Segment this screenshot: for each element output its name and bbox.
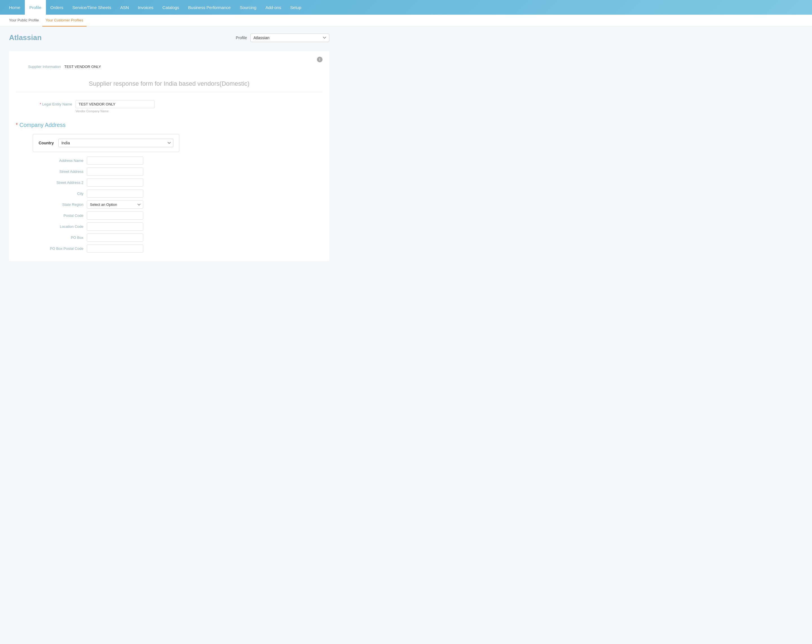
required-star: * <box>16 122 18 128</box>
company-address-label: Company Address <box>20 122 66 128</box>
nav-home[interactable]: Home <box>5 0 25 15</box>
nav-addons[interactable]: Add-ons <box>261 0 285 15</box>
profile-header: Atlassian Profile Atlassian <box>9 33 329 42</box>
po-box-postal-code-row: PO Box Postal Code <box>33 244 322 253</box>
subnav-customer-profiles[interactable]: Your Customer Profiles <box>42 15 87 26</box>
company-title: Atlassian <box>9 33 42 42</box>
postal-code-input[interactable] <box>87 212 143 220</box>
location-code-row: Location Code <box>33 223 322 230</box>
address-name-input-wrapper <box>87 157 143 165</box>
country-label: Country <box>39 141 54 145</box>
legal-entity-label: Legal Entity Name <box>16 100 72 106</box>
state-region-dropdown[interactable]: Select an Option <box>87 200 143 209</box>
form-title: Supplier response form for India based v… <box>16 73 322 92</box>
po-box-input[interactable] <box>87 233 143 242</box>
street-address2-row: Street Address 2 <box>33 179 322 187</box>
street-address2-input-wrapper <box>87 179 143 187</box>
nav-asn[interactable]: ASN <box>116 0 133 15</box>
city-input-wrapper <box>87 189 143 198</box>
po-box-input-wrapper <box>87 233 143 242</box>
subnav-public-profile[interactable]: Your Public Profile <box>6 15 42 26</box>
profile-selector-label: Profile <box>236 35 247 40</box>
location-code-label: Location Code <box>33 224 84 229</box>
nav-setup[interactable]: Setup <box>285 0 305 15</box>
company-address-section: * Company Address Country India Address … <box>16 122 322 253</box>
po-box-postal-code-label: PO Box Postal Code <box>33 246 84 251</box>
supplier-info-label: Supplier Information <box>16 64 61 69</box>
supplier-info-row: Supplier Information TEST VENDOR ONLY <box>16 64 322 69</box>
po-box-label: PO Box <box>33 235 84 240</box>
company-address-title: * Company Address <box>16 122 322 128</box>
country-dropdown[interactable]: India <box>58 139 173 147</box>
legal-entity-row: Legal Entity Name Vendor Company Name <box>16 100 322 113</box>
legal-entity-name-input[interactable] <box>76 100 154 108</box>
state-region-label: State Region <box>33 203 84 207</box>
country-box: Country India <box>33 134 179 152</box>
street-address-label: Street Address <box>33 169 84 174</box>
street-address-input[interactable] <box>87 168 143 175</box>
location-code-input[interactable] <box>87 223 143 230</box>
supplier-info-value: TEST VENDOR ONLY <box>64 64 101 69</box>
street-address-row: Street Address <box>33 168 322 175</box>
address-fields: Address Name Street Address Street Addre… <box>33 157 322 253</box>
legal-entity-hint: Vendor Company Name <box>76 109 154 113</box>
top-navigation: Home Profile Orders Service/Time Sheets … <box>0 0 812 15</box>
street-address2-label: Street Address 2 <box>33 180 84 185</box>
city-label: City <box>33 191 84 196</box>
postal-code-label: Postal Code <box>33 214 84 218</box>
nav-profile[interactable]: Profile <box>25 0 46 15</box>
nav-invoices[interactable]: Invoices <box>133 0 158 15</box>
form-section: i Supplier Information TEST VENDOR ONLY … <box>9 51 329 261</box>
info-icon[interactable]: i <box>317 56 322 62</box>
state-region-row: State Region Select an Option <box>33 200 322 209</box>
po-box-row: PO Box <box>33 233 322 242</box>
nav-service-time-sheets[interactable]: Service/Time Sheets <box>68 0 116 15</box>
nav-catalogs[interactable]: Catalogs <box>158 0 183 15</box>
nav-sourcing[interactable]: Sourcing <box>235 0 261 15</box>
profile-dropdown[interactable]: Atlassian <box>250 34 329 42</box>
address-name-input[interactable] <box>87 157 143 165</box>
city-row: City <box>33 189 322 198</box>
nav-business-performance[interactable]: Business Performance <box>183 0 235 15</box>
sub-navigation: Your Public Profile Your Customer Profil… <box>0 15 812 26</box>
legal-entity-input-wrapper: Vendor Company Name <box>76 100 154 113</box>
street-address2-input[interactable] <box>87 179 143 187</box>
postal-code-row: Postal Code <box>33 212 322 220</box>
po-box-postal-code-input[interactable] <box>87 244 143 253</box>
state-region-input-wrapper: Select an Option <box>87 200 143 209</box>
address-name-label: Address Name <box>33 159 84 163</box>
postal-code-input-wrapper <box>87 212 143 220</box>
profile-selector: Profile Atlassian <box>236 34 329 42</box>
location-code-input-wrapper <box>87 223 143 230</box>
po-box-postal-code-input-wrapper <box>87 244 143 253</box>
city-input[interactable] <box>87 189 143 198</box>
address-name-row: Address Name <box>33 157 322 165</box>
street-address-input-wrapper <box>87 168 143 175</box>
nav-orders[interactable]: Orders <box>46 0 68 15</box>
